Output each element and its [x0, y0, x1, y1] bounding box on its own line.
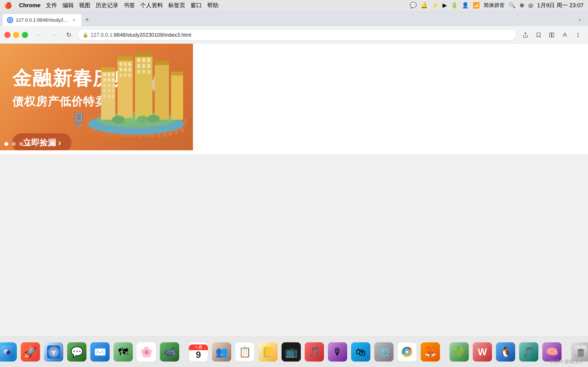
dock-item-settings[interactable]: ⚙️ — [374, 342, 394, 362]
chrome-menu-button[interactable] — [572, 29, 584, 41]
notification-icon[interactable]: 🔔 — [421, 2, 428, 9]
bluetooth-icon[interactable]: ⚡ — [432, 2, 439, 9]
account-icon[interactable]: 👤 — [462, 2, 469, 9]
address-bar[interactable]: 🔒 127.0.0.1:8848/study20230109/index3.ht… — [78, 29, 516, 41]
url-suffix: 8848/study20230109/index3.html — [114, 32, 191, 38]
svg-rect-44 — [142, 58, 145, 62]
menubar-edit[interactable]: 编辑 — [62, 1, 74, 9]
reader-view-button[interactable] — [546, 29, 557, 41]
dock-item-launchpad[interactable]: 🚀 — [21, 342, 40, 362]
svg-rect-33 — [124, 62, 127, 66]
search-icon[interactable]: 🔍 — [509, 2, 516, 9]
dock-item-facetime[interactable]: 📹 — [160, 342, 179, 362]
new-tab-button[interactable]: + — [81, 14, 93, 25]
input-method[interactable]: 简体拼音 — [484, 2, 505, 9]
dot-2[interactable] — [12, 142, 16, 146]
toolbar-right-buttons — [520, 29, 584, 41]
dock-item-firefox[interactable]: 🦊 — [421, 342, 440, 362]
banner-cta-button[interactable]: 立即捡漏 › — [12, 133, 71, 150]
dock-item-wps[interactable]: W — [473, 342, 492, 362]
svg-point-5 — [564, 33, 566, 35]
svg-point-76 — [406, 350, 408, 353]
forward-button[interactable]: → — [48, 29, 60, 41]
dock-item-photos[interactable]: 🌸 — [137, 342, 156, 362]
dock-item-qq[interactable]: 🐧 — [496, 342, 515, 362]
menubar-bookmarks[interactable]: 书签 — [124, 1, 135, 9]
svg-point-67 — [6, 350, 7, 351]
dock-item-contacts[interactable]: 👥 — [212, 342, 231, 362]
menubar-history[interactable]: 历史记录 — [95, 1, 118, 9]
battery-icon[interactable]: 🔋 — [451, 2, 458, 9]
dock-item-wechat[interactable]: 💚 — [450, 342, 469, 362]
window-close-button[interactable] — [4, 32, 10, 38]
svg-rect-42 — [135, 52, 153, 57]
slider-dots — [4, 142, 31, 146]
svg-rect-48 — [147, 64, 150, 68]
svg-rect-15 — [103, 73, 106, 76]
stamp-decoration — [70, 110, 87, 133]
dock-item-podcasts[interactable]: 🎙 — [328, 342, 347, 362]
menubar-profiles[interactable]: 个人资料 — [140, 1, 163, 9]
svg-rect-34 — [128, 62, 131, 66]
dock-item-reminders[interactable]: 📋 — [235, 342, 254, 362]
menubar-view[interactable]: 视图 — [79, 1, 90, 9]
svg-rect-28 — [108, 95, 110, 98]
dock-item-mail[interactable]: ✉️ — [90, 342, 110, 362]
dot-4[interactable] — [27, 142, 31, 146]
dot-3[interactable] — [19, 142, 23, 146]
apple-menu[interactable]: 🍎 — [4, 2, 12, 9]
svg-rect-20 — [112, 78, 115, 82]
dock-item-appstore[interactable]: 🛍 — [351, 342, 370, 362]
dock-item-kugou[interactable]: 🎵 — [519, 342, 538, 362]
dock-item-safari[interactable] — [44, 342, 63, 362]
browser-window: 127.0.0.1:8848/study20230109... × + ⌄ ← … — [0, 10, 588, 154]
menubar-chrome[interactable]: Chrome — [19, 2, 41, 9]
menubar-window[interactable]: 窗口 — [190, 1, 202, 9]
svg-rect-39 — [124, 73, 127, 77]
building-illustration — [86, 50, 186, 137]
svg-rect-40 — [128, 73, 131, 77]
wifi-icon[interactable]: 📶 — [473, 2, 480, 9]
tab-close-button[interactable]: × — [71, 17, 77, 23]
airplay-icon[interactable]: ▶ — [442, 2, 447, 9]
svg-rect-80 — [579, 349, 582, 350]
secure-icon: 🔒 — [82, 32, 88, 38]
refresh-button[interactable]: ↻ — [63, 29, 74, 41]
dock-item-messages[interactable]: 💬 — [67, 342, 86, 362]
menubar-file[interactable]: 文件 — [46, 1, 57, 9]
svg-rect-24 — [103, 89, 106, 93]
share-button[interactable] — [520, 29, 531, 41]
svg-rect-37 — [128, 68, 131, 71]
tab-favicon — [7, 17, 13, 23]
dock-item-chrome[interactable] — [398, 342, 417, 362]
svg-rect-38 — [120, 73, 122, 77]
dock-item-music[interactable]: 🎵 — [305, 342, 324, 362]
window-maximize-button[interactable] — [22, 32, 28, 38]
window-minimize-button[interactable] — [13, 32, 19, 38]
url-prefix: 127.0.0.1: — [91, 32, 114, 38]
dock-item-finder[interactable] — [0, 342, 17, 362]
dot-1[interactable] — [4, 142, 8, 146]
tab-search-button[interactable]: ⌄ — [574, 13, 585, 25]
svg-point-7 — [578, 34, 578, 35]
dock-item-notes[interactable]: 📒 — [258, 342, 277, 362]
dock: 🚀 💬 ✉️ 🗺 🌸 📹 一月 9 👥 📋 📒 — [0, 336, 588, 367]
back-button[interactable]: ← — [33, 29, 45, 41]
menubar-tabs[interactable]: 标签页 — [168, 1, 185, 9]
wechat-icon[interactable]: 💬 — [410, 2, 417, 9]
active-tab[interactable]: 127.0.0.1:8848/study20230109... × — [3, 14, 81, 26]
svg-rect-41 — [135, 52, 153, 120]
svg-rect-35 — [120, 68, 122, 71]
siri-icon[interactable]: ◎ — [528, 2, 533, 9]
menubar-help[interactable]: 帮助 — [207, 1, 218, 9]
dock-item-appletv[interactable]: 📺 — [282, 342, 301, 362]
dock-item-calendar[interactable]: 一月 9 — [189, 342, 208, 362]
svg-rect-21 — [103, 84, 106, 87]
svg-rect-50 — [142, 70, 145, 74]
profile-button[interactable] — [559, 29, 571, 41]
bookmark-button[interactable] — [533, 29, 544, 41]
svg-point-57 — [147, 115, 160, 122]
dock-item-maps[interactable]: 🗺 — [113, 342, 133, 362]
control-center-icon[interactable]: ⊕ — [519, 2, 524, 9]
svg-rect-43 — [137, 58, 140, 62]
